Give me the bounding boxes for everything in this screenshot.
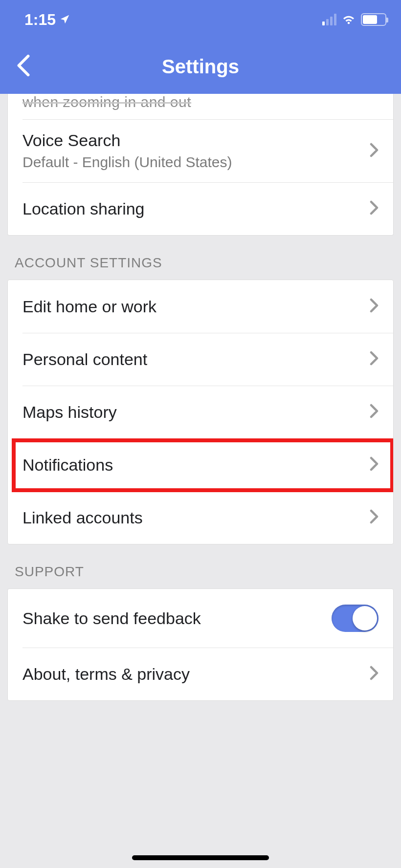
- section-account-card: Edit home or work Personal content Maps …: [7, 280, 394, 544]
- chevron-right-icon: [370, 351, 379, 368]
- settings-content[interactable]: when zooming in and out Voice Search Def…: [0, 94, 401, 868]
- maps-history-title: Maps history: [22, 403, 370, 422]
- row-personal-content[interactable]: Personal content: [8, 333, 393, 386]
- chevron-right-icon: [370, 509, 379, 526]
- section-support-card: Shake to send feedback About, terms & pr…: [7, 588, 394, 701]
- chevron-left-icon: [17, 54, 30, 77]
- status-bar: 1:15: [0, 0, 401, 39]
- shake-feedback-title: Shake to send feedback: [22, 609, 332, 628]
- cutoff-row[interactable]: when zooming in and out: [8, 94, 393, 119]
- location-sharing-title: Location sharing: [22, 199, 370, 218]
- section-header-support: SUPPORT: [0, 544, 401, 588]
- about-terms-privacy-title: About, terms & privacy: [22, 665, 370, 684]
- row-shake-feedback[interactable]: Shake to send feedback: [8, 589, 393, 648]
- status-time: 1:15: [24, 11, 56, 29]
- screen: 1:15 Settings: [0, 0, 401, 868]
- row-maps-history[interactable]: Maps history: [8, 386, 393, 438]
- edit-home-work-title: Edit home or work: [22, 297, 370, 316]
- nav-bar: Settings: [0, 39, 401, 94]
- app-header: 1:15 Settings: [0, 0, 401, 94]
- status-left: 1:15: [24, 11, 70, 29]
- cellular-signal-icon: [322, 14, 336, 25]
- row-voice-search[interactable]: Voice Search Default - English (United S…: [8, 119, 393, 182]
- battery-icon: [361, 13, 386, 26]
- home-indicator[interactable]: [132, 855, 269, 860]
- notifications-title: Notifications: [22, 456, 370, 475]
- back-button[interactable]: [12, 49, 35, 84]
- section-header-account: ACCOUNT SETTINGS: [0, 236, 401, 280]
- page-title: Settings: [162, 56, 239, 78]
- chevron-right-icon: [370, 456, 379, 473]
- voice-search-title: Voice Search: [22, 131, 370, 150]
- row-edit-home-work[interactable]: Edit home or work: [8, 280, 393, 333]
- chevron-right-icon: [370, 298, 379, 315]
- wifi-icon: [341, 11, 356, 29]
- section-general-card: when zooming in and out Voice Search Def…: [7, 94, 394, 236]
- cutoff-subtitle: when zooming in and out: [22, 94, 379, 110]
- voice-search-subtitle: Default - English (United States): [22, 154, 370, 171]
- shake-feedback-toggle[interactable]: [332, 605, 379, 632]
- chevron-right-icon: [370, 200, 379, 217]
- location-arrow-icon: [60, 11, 70, 29]
- chevron-right-icon: [370, 404, 379, 420]
- chevron-right-icon: [370, 143, 379, 159]
- chevron-right-icon: [370, 666, 379, 682]
- linked-accounts-title: Linked accounts: [22, 508, 370, 527]
- row-notifications[interactable]: Notifications: [8, 438, 393, 491]
- status-right: [322, 11, 386, 29]
- row-about-terms-privacy[interactable]: About, terms & privacy: [8, 648, 393, 700]
- row-location-sharing[interactable]: Location sharing: [8, 182, 393, 235]
- row-linked-accounts[interactable]: Linked accounts: [8, 491, 393, 544]
- personal-content-title: Personal content: [22, 350, 370, 369]
